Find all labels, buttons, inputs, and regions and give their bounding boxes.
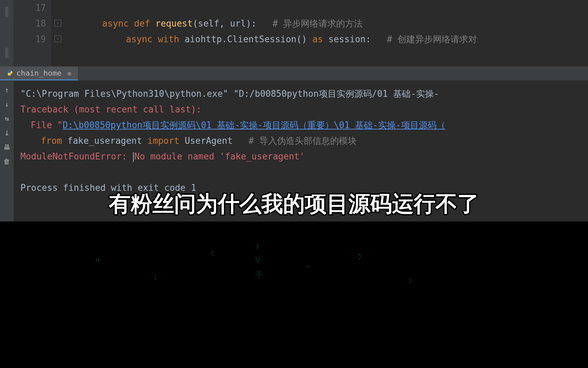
class-name: UserAgent	[185, 136, 233, 146]
function-name: request	[156, 18, 193, 29]
comment: # 导入伪造头部信息的模块	[249, 136, 357, 146]
text-cursor	[133, 152, 134, 162]
matrix-char: 手	[255, 269, 263, 280]
line-number: 17	[14, 0, 51, 16]
keyword: as	[312, 34, 323, 44]
code-editor[interactable]: 17 18 19 − − async def request(self, url…	[0, 0, 588, 66]
module-name: fake_useragent	[67, 136, 142, 146]
video-subtitle: 有粉丝问为什么我的项目源码运行不了	[109, 189, 479, 219]
fold-icon[interactable]: −	[54, 20, 61, 27]
file-path-link[interactable]: D:\b00850python项目实例源码\01 基础-实操-项目源码（重要）\…	[63, 120, 445, 130]
keyword: async	[102, 18, 129, 29]
tab-dirty-icon[interactable]: ●	[67, 70, 71, 77]
bookmark-indicator	[5, 7, 9, 17]
python-icon	[7, 70, 13, 76]
comment: # 创建异步网络请求对	[387, 33, 477, 45]
down-arrow-icon[interactable]: ↓	[3, 100, 11, 108]
identifier: aiohttp.ClientSession()	[184, 34, 307, 44]
code-line[interactable]: async with aiohttp.ClientSession() as se…	[17, 31, 588, 47]
keyword: def	[134, 18, 150, 29]
editor-left-bar	[0, 0, 14, 66]
params: (self, url):	[193, 18, 257, 29]
print-icon[interactable]: 🖶	[3, 143, 11, 151]
command-line: "C:\Program Files\Python310\python.exe" …	[20, 86, 581, 102]
matrix-char: ﾐ	[153, 273, 157, 282]
run-tab-bar: chain_home ●	[0, 66, 588, 81]
matrix-char: V	[255, 256, 260, 265]
comment: # 异步网络请求的方法	[273, 18, 363, 30]
file-prefix: File "	[20, 120, 63, 130]
import-line: from fake_useragent import UserAgent # 导…	[20, 133, 581, 149]
up-arrow-icon[interactable]: ↑	[3, 86, 11, 94]
keyword: import	[147, 136, 179, 146]
matrix-char: ｰ	[306, 262, 310, 272]
error-name: ModuleNotFoundError:	[20, 151, 127, 162]
matrix-background: ﾊ ﾐ ﾋ ｲ V 手 ｰ ｳ ｼ	[0, 221, 588, 368]
code-line[interactable]	[17, 0, 588, 16]
line-number: 19	[14, 31, 51, 47]
matrix-char: ﾋ	[211, 249, 215, 258]
identifier: session:	[328, 34, 371, 44]
matrix-char: ｼ	[408, 276, 412, 286]
error-line: ModuleNotFoundError: No module named 'fa…	[20, 149, 581, 164]
run-tab[interactable]: chain_home ●	[0, 66, 78, 80]
keyword: async	[126, 34, 152, 44]
keyword: with	[158, 34, 179, 44]
file-line: File "D:\b00850python项目实例源码\01 基础-实操-项目源…	[20, 117, 581, 133]
traceback-header: Traceback (most recent call last):	[20, 102, 581, 117]
matrix-char: ｲ	[255, 242, 259, 251]
trash-icon[interactable]: 🗑	[3, 157, 11, 166]
bookmark-indicator	[5, 48, 9, 58]
error-message: No module named 'fake_useragent'	[134, 151, 305, 162]
ide-window: 17 18 19 − − async def request(self, url…	[0, 0, 588, 221]
keyword: from	[41, 136, 62, 146]
matrix-char: ﾊ	[95, 256, 99, 265]
tab-label: chain_home	[16, 69, 61, 77]
fold-icon[interactable]: −	[54, 35, 61, 42]
line-gutter: 17 18 19	[14, 0, 51, 66]
console-toolbar: ↑ ↓ ⇆ ⤓ 🖶 🗑	[0, 81, 14, 221]
scroll-to-end-icon[interactable]: ⤓	[3, 129, 11, 137]
line-number: 18	[14, 16, 51, 31]
matrix-char: ｳ	[357, 252, 361, 262]
soft-wrap-icon[interactable]: ⇆	[3, 114, 11, 123]
code-line[interactable]: async def request(self, url): # 异步网络请求的方…	[17, 16, 588, 31]
